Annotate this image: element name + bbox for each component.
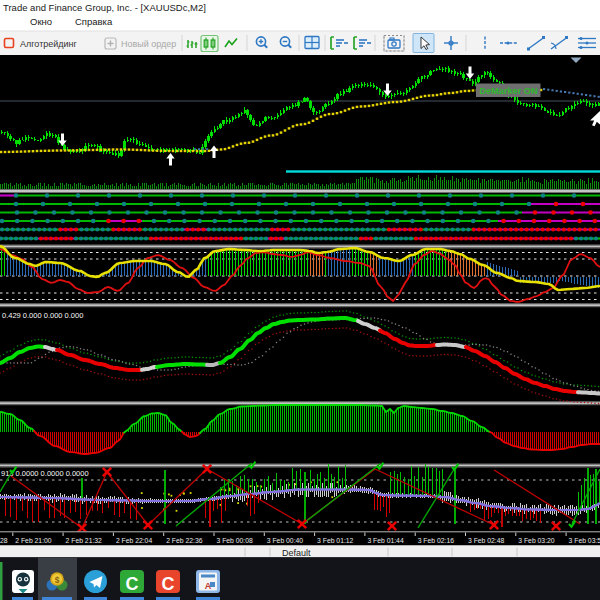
- svg-text:Алготрейдинг: Алготрейдинг: [20, 39, 78, 49]
- svg-text:28: 28: [0, 537, 8, 544]
- svg-text:Trade and Finance Group, Inc.: Trade and Finance Group, Inc. - [XAUUSDc…: [3, 2, 206, 13]
- svg-text:C: C: [126, 574, 139, 594]
- svg-text:0.429 0.000 0.000 0.000: 0.429 0.000 0.000 0.000: [2, 311, 83, 320]
- svg-text:3 Feb 02:48: 3 Feb 02:48: [468, 537, 504, 544]
- svg-text:3 Feb 00:40: 3 Feb 00:40: [267, 537, 303, 544]
- svg-text:C: C: [162, 574, 175, 594]
- svg-text:2 Feb 22:04: 2 Feb 22:04: [116, 537, 152, 544]
- svg-text:3 Feb 03:20: 3 Feb 03:20: [518, 537, 554, 544]
- svg-text:Справка: Справка: [75, 16, 113, 27]
- svg-text:3 Feb 01:44: 3 Feb 01:44: [367, 537, 403, 544]
- svg-text:3 Feb 01:12: 3 Feb 01:12: [317, 537, 353, 544]
- svg-text:$: $: [55, 575, 60, 585]
- svg-text:Default: Default: [282, 548, 311, 558]
- svg-text:2 Feb 21:00: 2 Feb 21:00: [15, 537, 51, 544]
- svg-text:2 Feb 21:32: 2 Feb 21:32: [66, 537, 102, 544]
- svg-text:Новый ордер: Новый ордер: [121, 39, 176, 49]
- svg-text:3 Feb 00:08: 3 Feb 00:08: [217, 537, 253, 544]
- svg-text:3 Feb 02:16: 3 Feb 02:16: [418, 537, 454, 544]
- svg-text:DeMarker ON: DeMarker ON: [479, 86, 538, 96]
- svg-text:3 Feb 03:5: 3 Feb 03:5: [569, 537, 600, 544]
- svg-text:2 Feb 22:36: 2 Feb 22:36: [166, 537, 202, 544]
- svg-text:Окно: Окно: [30, 16, 52, 27]
